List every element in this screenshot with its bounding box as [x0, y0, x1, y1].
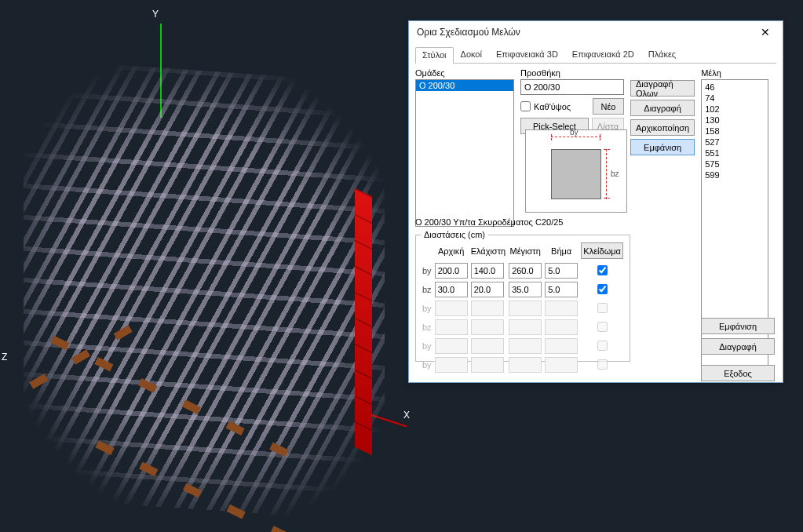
dim-input-disabled: [471, 338, 504, 354]
by-min-input[interactable]: [471, 263, 504, 279]
dim-input-disabled: [545, 301, 578, 316]
tab-strip: Στύλοι Δοκοί Επιφανειακά 3D Επιφανειακά …: [415, 46, 776, 64]
dim-input-disabled: [545, 338, 578, 354]
dim-row-disabled: by: [421, 299, 625, 318]
per-height-checkbox[interactable]: [520, 101, 531, 111]
member-item[interactable]: 599: [705, 169, 765, 180]
member-item[interactable]: 46: [705, 82, 765, 93]
reset-button[interactable]: Αρχικοποίηση: [630, 119, 695, 136]
dim-header-step: Βήμα: [543, 242, 579, 261]
dim-row-disabled: by: [421, 337, 625, 355]
member-item[interactable]: 551: [705, 148, 765, 159]
members-delete-button[interactable]: Διαγραφή: [701, 338, 775, 355]
axis-y-label: Y: [152, 9, 159, 20]
dim-header-initial: Αρχική: [433, 242, 469, 261]
close-icon: ✕: [761, 26, 770, 38]
bz-lock-checkbox[interactable]: [597, 284, 608, 294]
dimensions-fieldset: Διαστάσεις (cm) Αρχική Ελάχιστη Μέγιστη …: [415, 230, 630, 362]
dim-input-disabled: [471, 319, 504, 335]
per-height-label: Καθ'ύψος: [534, 102, 571, 111]
lock-header-button[interactable]: Κλείδωμα: [581, 242, 623, 259]
member-item[interactable]: 74: [705, 93, 765, 104]
bz-min-input[interactable]: [471, 282, 504, 297]
dim-input-disabled: [435, 301, 468, 316]
members-show-button[interactable]: Εμφάνιση: [701, 318, 775, 334]
dim-input-disabled: [471, 301, 504, 316]
tab-beams[interactable]: Δοκοί: [454, 46, 489, 63]
dim-lock-disabled: [597, 359, 608, 370]
design-limits-dialog: Ορια Σχεδιασμού Μελών ✕ Στύλοι Δοκοί Επι…: [408, 20, 783, 383]
member-item[interactable]: 130: [705, 115, 765, 126]
dim-input-disabled: [435, 357, 468, 373]
dim-input-disabled: [435, 338, 468, 354]
dim-row-bz: bz: [421, 280, 625, 299]
bz-step-input[interactable]: [545, 282, 578, 297]
tab-surface-3d[interactable]: Επιφανειακά 3D: [489, 46, 565, 63]
show-button[interactable]: Εμφάνιση: [630, 139, 695, 155]
tab-columns[interactable]: Στύλοι: [415, 47, 454, 64]
bz-max-input[interactable]: [509, 282, 542, 297]
exit-button[interactable]: Εξοδος: [701, 365, 775, 381]
dim-header-max: Μέγιστη: [507, 242, 543, 261]
member-item[interactable]: 102: [705, 104, 765, 115]
building-model: [8, 47, 408, 532]
dialog-title: Ορια Σχεδιασμού Μελών: [417, 27, 520, 38]
add-input[interactable]: [520, 79, 624, 95]
dim-input-disabled: [509, 301, 542, 316]
member-item[interactable]: 575: [705, 159, 765, 169]
by-lock-checkbox[interactable]: [597, 265, 608, 275]
dim-input-disabled: [509, 338, 542, 354]
close-button[interactable]: ✕: [753, 24, 778, 41]
new-button[interactable]: Νέο: [593, 98, 624, 115]
preview-dim-bz: bz: [606, 149, 607, 199]
dim-input-disabled: [509, 319, 542, 335]
dim-lock-disabled: [597, 322, 608, 332]
groups-list[interactable]: O 200/30: [415, 79, 514, 227]
dim-lock-disabled: [597, 341, 608, 351]
dim-row-disabled: by: [421, 355, 625, 374]
dim-input-disabled: [545, 357, 578, 373]
dimensions-legend: Διαστάσεις (cm): [421, 230, 488, 239]
delete-button[interactable]: Διαγραφή: [630, 100, 695, 116]
dialog-titlebar[interactable]: Ορια Σχεδιασμού Μελών ✕: [409, 21, 783, 43]
member-item[interactable]: 158: [705, 126, 765, 137]
dim-input-disabled: [545, 319, 578, 335]
dim-lock-disabled: [597, 303, 608, 313]
selected-wall-highlight: [355, 188, 372, 456]
dim-header-min: Ελάχιστη: [469, 242, 508, 261]
dim-input-disabled: [435, 319, 468, 335]
section-preview: by bz: [525, 129, 627, 213]
axis-z-label: Z: [2, 352, 7, 363]
dim-input-disabled: [471, 357, 504, 373]
by-initial-input[interactable]: [435, 263, 468, 279]
preview-dim-by: by: [551, 137, 601, 137]
dim-input-disabled: [509, 357, 542, 373]
group-item[interactable]: O 200/30: [416, 80, 513, 91]
member-item[interactable]: 527: [705, 137, 765, 148]
by-max-input[interactable]: [509, 263, 542, 279]
tab-slabs[interactable]: Πλάκες: [641, 46, 683, 63]
tab-surface-2d[interactable]: Επιφανειακά 2D: [565, 46, 641, 63]
groups-label: Ομάδες: [415, 68, 514, 78]
bz-initial-input[interactable]: [435, 282, 468, 297]
delete-all-button[interactable]: Διαγραφή Ολων: [630, 80, 695, 97]
by-step-input[interactable]: [545, 263, 578, 279]
preview-rectangle: [551, 149, 601, 199]
group-description: O 200/30 Υπ/τα Σκυροδέματος C20/25: [415, 217, 563, 227]
add-label: Προσθήκη: [520, 68, 624, 78]
dim-row-disabled: bz: [421, 318, 625, 337]
dim-row-by: by: [421, 261, 625, 280]
model-viewport[interactable]: Y X Z: [0, 0, 424, 532]
members-label: Μέλη: [701, 68, 768, 78]
